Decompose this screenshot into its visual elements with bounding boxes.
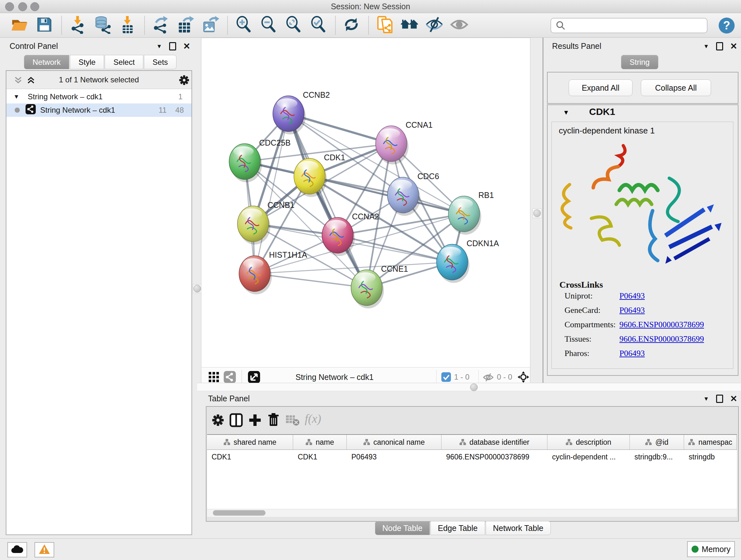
zoom-out-button[interactable] [259,15,278,35]
panel-float-icon[interactable] [716,42,723,51]
string-view-icon[interactable] [224,371,236,384]
network-node[interactable]: CDC6 [387,172,439,216]
network-row[interactable]: String Network – cdk1 11 48 [6,104,192,117]
column-header[interactable]: description [548,435,630,449]
panel-close-icon[interactable]: ✕ [730,395,738,402]
tab-network-table[interactable]: Network Table [486,521,551,535]
crosslink-link[interactable]: 9606.ENSP00000378699 [619,334,704,344]
houses-icon [400,15,419,35]
panel-menu-icon[interactable]: ▼ [703,43,709,50]
crosslink-link[interactable]: P06493 [619,306,645,315]
show-all-button[interactable] [449,15,469,35]
delete-column-icon[interactable] [267,413,280,428]
string-network-icon [25,104,36,116]
results-entry-box: ▼ CDK1 cyclin-dependent kinase 1 CrossLi… [547,105,738,376]
add-column-icon[interactable] [249,414,261,428]
right-splitter-handle[interactable] [532,208,542,218]
table-row[interactable]: CDK1CDK1P064939606.ENSP00000378699cyclin… [207,450,737,464]
results-actions-box: Expand All Collapse All [547,72,738,104]
network-node[interactable]: CDKN1A [436,239,499,283]
panel-close-icon[interactable]: ✕ [183,43,191,50]
gear-icon[interactable] [179,75,190,87]
network-node[interactable]: CCNA1 [376,120,433,165]
import-table-file-button[interactable] [118,15,137,35]
panel-menu-icon[interactable]: ▼ [703,395,709,402]
node-label: CDK1 [324,153,345,162]
network-canvas[interactable]: CCNB2CCNA1CDC25BCDK1CDC6RB1CCNB1CCNA2CDK… [201,38,530,368]
panel-float-icon[interactable] [169,42,176,51]
cloud-status-button[interactable] [7,542,27,557]
export-image-button[interactable] [200,15,220,35]
column-header[interactable]: @id [630,435,684,449]
column-header[interactable]: canonical name [347,435,442,449]
panel-float-icon[interactable] [716,395,723,403]
tab-network[interactable]: Network [24,55,69,69]
zoom-selected-button[interactable] [308,15,328,35]
export-table-button[interactable] [176,15,195,35]
window-title: Session: New Session [0,0,741,13]
shared-column-icon [565,439,572,446]
table-gear-icon[interactable] [212,414,224,428]
table-horizontal-scrollbar[interactable] [207,509,737,517]
search-input[interactable] [568,19,703,31]
import-network-file-button[interactable] [68,15,87,35]
shared-column-icon [645,439,652,446]
crosslink-link[interactable]: P06493 [619,349,645,358]
network-collection-row[interactable]: ▼ String Network – cdk1 1 [6,90,192,104]
column-header[interactable]: namespac [684,435,737,449]
scrollbar-thumb[interactable] [213,510,266,516]
network-node[interactable]: RB1 [448,191,494,235]
birdseye-view-icon[interactable] [248,371,260,384]
collapse-all-button[interactable]: Collapse All [641,79,711,96]
toolbar-separator [368,16,369,35]
tab-node-table[interactable]: Node Table [375,521,430,535]
network-node[interactable]: CCNB2 [273,90,330,134]
crosslink-link[interactable]: 9606.ENSP00000378699 [619,320,704,329]
tree-expander-icon[interactable]: ▼ [13,93,19,100]
toolbar-separator [242,370,242,383]
panel-menu-icon[interactable]: ▼ [156,43,162,50]
horizontal-splitter[interactable] [197,383,741,391]
zoom-fit-button[interactable] [283,15,303,35]
column-header[interactable]: database identifier [442,435,548,449]
hidden-eye-slash-icon[interactable] [483,372,494,384]
apply-layout-button[interactable] [341,15,361,35]
table-panel-window-buttons: ▼ ✕ [703,395,737,403]
column-header[interactable]: name [293,435,347,449]
import-table-icon [118,15,137,35]
column-header[interactable]: shared name [207,435,293,449]
import-network-database-button[interactable] [92,15,112,35]
help-button[interactable]: ? [719,17,735,34]
tab-edge-table[interactable]: Edge Table [430,521,485,535]
memory-button[interactable]: Memory [687,541,735,557]
network-node[interactable]: CDC25B [229,138,291,182]
panel-close-icon[interactable]: ✕ [730,43,738,50]
node-label: CCNB1 [267,200,294,209]
node-label: HIST1H1A [269,250,307,259]
node-label: CCNB2 [303,90,330,99]
duplicate-network-button[interactable] [375,15,394,35]
save-session-button[interactable] [35,15,54,35]
hide-unselected-button[interactable] [424,15,444,35]
tab-sets[interactable]: Sets [144,55,177,69]
tab-string[interactable]: String [621,55,658,69]
crosslink-link[interactable]: P06493 [619,291,645,301]
splitter-handle[interactable] [470,383,478,391]
tab-style[interactable]: Style [70,55,104,69]
zoom-in-button[interactable] [233,15,253,35]
crosshair-icon[interactable] [517,371,529,384]
select-columns-icon[interactable] [229,413,243,428]
open-session-button[interactable] [10,15,29,35]
tab-select[interactable]: Select [105,55,143,69]
export-network-button[interactable] [151,15,171,35]
network-node-count: 11 [158,106,166,115]
selected-checkbox-icon[interactable] [441,372,451,383]
entry-collapse-icon[interactable]: ▼ [563,109,569,116]
network-node[interactable]: CCNB1 [238,200,294,245]
houses-icon-button[interactable] [400,15,419,35]
warning-status-button[interactable] [35,542,54,557]
toolbar-separator [478,370,479,383]
expand-all-button[interactable]: Expand All [569,79,632,96]
grid-view-icon[interactable] [208,372,219,384]
left-splitter-handle[interactable] [193,284,202,293]
